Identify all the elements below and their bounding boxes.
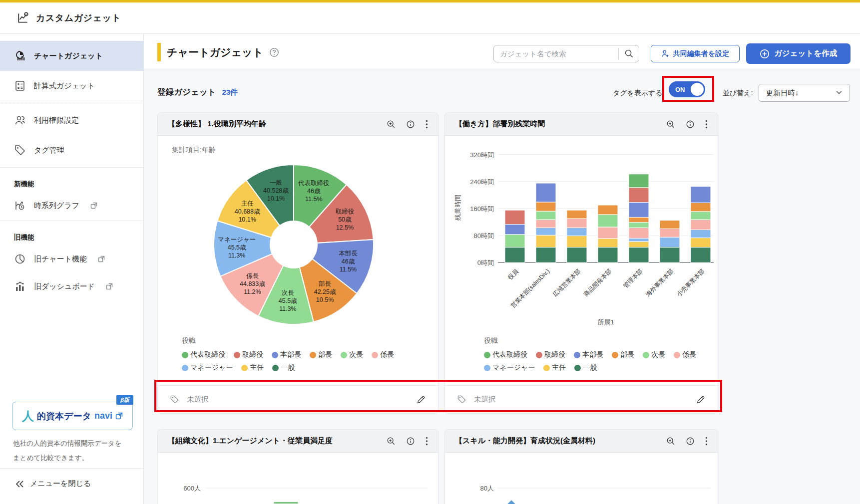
bar-segment-一般: [629, 248, 649, 262]
y-tick-label: 600人: [183, 485, 201, 492]
legend-item: 一般: [272, 363, 295, 372]
sidebar: チャートガジェット 計算式ガジェット 利用権限設定 タグ管理 新機能: [0, 34, 144, 504]
registered-label: 登録ガジェット: [157, 87, 216, 98]
legend-label: 本部長: [582, 350, 603, 359]
tag-value: 未選択: [474, 395, 496, 404]
navi-logo-glyph: 人: [22, 408, 34, 424]
sidebar-item-tag-management[interactable]: タグ管理: [0, 135, 143, 165]
legend-item: 係長: [372, 350, 394, 359]
sidebar-divider: [0, 103, 143, 103]
gadget-search: [493, 45, 639, 62]
tag-display-toggle[interactable]: ON: [669, 81, 705, 97]
legend-row: マネージャー主任一般: [484, 363, 718, 372]
legend-title: 役職: [182, 336, 422, 345]
donut-chart: 代表取締役46歳11.5%取締役50歳12.5%本部長46歳11.5%部長42.…: [158, 113, 438, 337]
sidebar-item-label: タグ管理: [34, 146, 64, 155]
tag-row: 未選択: [158, 385, 438, 413]
sidebar-item-chart-gadget[interactable]: チャートガジェット: [0, 41, 143, 71]
external-link-icon: [115, 412, 123, 420]
legend-label: 部長: [620, 350, 634, 359]
bar-segment-マネージャー: [660, 237, 680, 247]
legend-item: 取締役: [536, 350, 565, 359]
sidebar-item-formula-gadget[interactable]: 計算式ガジェット: [0, 71, 143, 101]
x-axis-title: 所属1: [597, 318, 614, 326]
bar-segment-一般: [660, 248, 680, 262]
zoom-in-icon[interactable]: [666, 437, 675, 446]
kebab-menu-icon[interactable]: [705, 437, 708, 446]
beta-badge: β版: [116, 395, 133, 405]
info-icon[interactable]: [406, 437, 415, 446]
registered-count: 23件: [222, 88, 238, 97]
bar-segment: [274, 502, 298, 504]
legend-row: マネージャー主任一般: [182, 363, 422, 372]
jinteki-shihon-navi-banner[interactable]: β版 人的資本データnavi: [12, 402, 133, 430]
legend-label: 次長: [651, 350, 665, 359]
zoom-in-icon[interactable]: [387, 437, 396, 446]
x-tick-label: 広域営業本部: [551, 267, 582, 298]
widget-card-overtime: 【働き方】部署別残業時間 0時間80時間160時間240時間320時間残業時間役…: [444, 112, 718, 414]
bar-segment-一般: [691, 248, 711, 262]
legend-item: マネージャー: [182, 363, 233, 372]
donut-label: 取締役50歳12.5%: [336, 208, 355, 231]
legend-item: マネージャー: [484, 363, 535, 372]
legend-dot: [574, 365, 581, 371]
tag-toggle-label: タグを表示する: [613, 89, 663, 98]
tag-outline-icon: [170, 395, 179, 404]
sidebar-divider: [0, 468, 144, 469]
info-icon[interactable]: [686, 437, 695, 446]
bar-segment-係長: [660, 229, 680, 237]
chart-legend: 役職 代表取締役取締役本部長部長次長係長マネージャー主任一般: [182, 336, 422, 376]
sort-select[interactable]: 更新日時↓: [759, 84, 850, 102]
app-logo-icon: [17, 11, 30, 24]
edit-tag-pencil-icon[interactable]: [416, 395, 426, 405]
sidebar-item-timeseries[interactable]: 時系列グラフ: [0, 193, 143, 219]
bar-segment-マネージャー: [629, 238, 649, 242]
sidebar-item-old-chart[interactable]: 旧チャート機能: [0, 246, 143, 272]
bar-segment-主任: [536, 235, 556, 247]
sidebar-divider: [0, 167, 143, 168]
set-collaborators-button[interactable]: 共同編集者を設定: [651, 45, 740, 62]
legend-dot: [543, 365, 550, 371]
legend-dot: [234, 352, 240, 358]
y-axis-title: 残業時間: [454, 195, 461, 221]
bar-segment-部長: [567, 210, 587, 219]
users-icon: [14, 114, 26, 126]
search-input[interactable]: [494, 50, 618, 58]
legend-label: 部長: [318, 350, 332, 359]
sidebar-item-label: 旧ダッシュボード: [34, 282, 95, 291]
sidebar-item-old-dashboard[interactable]: 旧ダッシュボード: [0, 272, 143, 301]
menu-close-button[interactable]: メニューを閉じる: [15, 479, 91, 489]
toggle-knob: [691, 83, 704, 96]
bar-segment-本部長: [536, 183, 556, 202]
card-title: 【スキル・能力開発】育成状況(金属材料): [455, 436, 595, 446]
legend-dot: [484, 352, 490, 358]
legend-item: 代表取締役: [484, 350, 527, 359]
chart-gadget-icon: [14, 50, 26, 62]
bar-segment-係長: [691, 220, 711, 230]
widget-card-average-age: 【多様性】 1.役職別平均年齢 集計項目:年齢 代表取締役46歳11.5%取締役…: [157, 112, 438, 414]
legend-item: 一般: [574, 363, 597, 372]
app-header: カスタムガジェット: [0, 2, 860, 34]
bar-segment-一般: [598, 248, 618, 262]
promo-caption: 他社の人的資本の情報開示データを まとめて比較できます。: [13, 436, 138, 465]
legend-row: 代表取締役取締役本部長部長次長係長: [484, 350, 718, 359]
bar-segment-本部長: [691, 187, 711, 203]
create-gadget-button[interactable]: ガジェットを作成: [746, 43, 851, 64]
legend-item: 次長: [643, 350, 665, 359]
legend-item: 部長: [310, 350, 332, 359]
y-tick-label: 160時間: [470, 205, 494, 213]
pie-icon: [14, 253, 26, 265]
menu-close-label: メニューを閉じる: [30, 479, 91, 489]
tag-outline-icon: [457, 395, 466, 404]
bar-segment-次長: [598, 215, 618, 227]
sort-label: 並び替え:: [723, 89, 753, 98]
x-tick-label: 管理本部: [622, 267, 644, 289]
kebab-menu-icon[interactable]: [426, 437, 428, 446]
edit-tag-pencil-icon[interactable]: [696, 395, 706, 405]
legend-dot: [612, 352, 618, 358]
bar-segment-本部長: [505, 225, 525, 235]
search-icon[interactable]: [619, 49, 639, 58]
sidebar-item-permissions[interactable]: 利用権限設定: [0, 105, 143, 135]
help-icon[interactable]: [269, 47, 279, 57]
bar-segment-主任: [691, 238, 711, 248]
